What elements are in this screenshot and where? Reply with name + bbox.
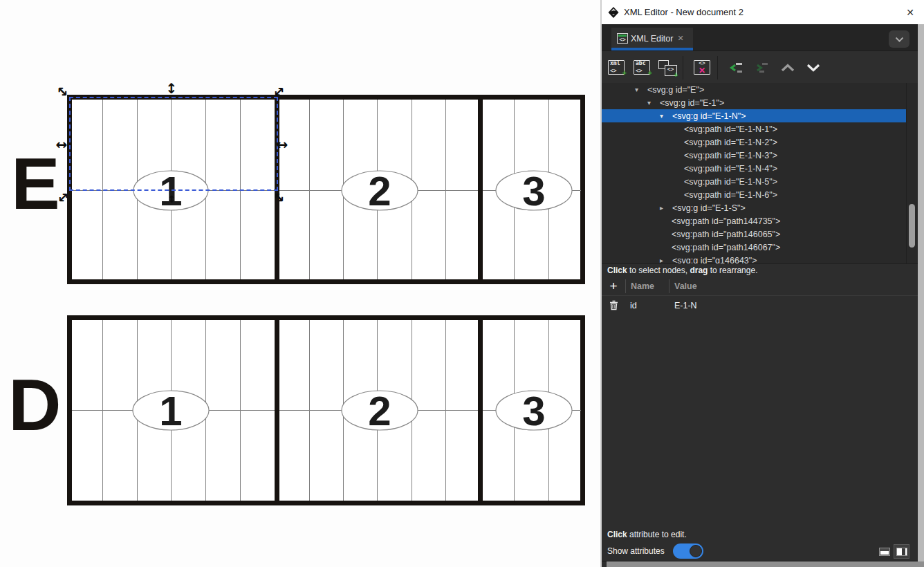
section-number-E3[interactable]: 3	[506, 169, 562, 214]
section-number-D2[interactable]: 2	[352, 389, 407, 434]
name-column-header: Name	[626, 281, 669, 291]
tree-row[interactable]: ▸<svg:g id="g146643">	[602, 254, 906, 264]
section-number-E2[interactable]: 2	[352, 169, 407, 214]
duplicate-node-button[interactable]: <> +	[656, 57, 678, 79]
unindent-node-button[interactable]	[726, 57, 748, 79]
scale-handle-left-icon[interactable]: ↔	[54, 137, 69, 152]
selection-bbox	[69, 97, 278, 191]
show-attributes-label: Show attributes	[607, 546, 665, 556]
tree-row[interactable]: <svg:path id="E-1-N-6">	[602, 188, 906, 201]
value-column-header: Value	[669, 281, 697, 291]
expander-open-icon[interactable]: ▾	[635, 86, 647, 93]
move-node-down-button[interactable]	[802, 57, 824, 79]
window-shadow	[607, 561, 924, 567]
tree-row[interactable]: ▾<svg:g id="E-1">	[602, 96, 906, 109]
attribute-row[interactable]: id E-1-N	[602, 296, 918, 315]
show-attributes-toggle[interactable]	[673, 543, 703, 559]
vertical-layout-button[interactable]	[894, 544, 909, 559]
section-number-D3[interactable]: 3	[506, 389, 562, 434]
tree-row[interactable]: <svg:path id="E-1-N-1">	[602, 122, 906, 136]
window-edge	[918, 24, 924, 567]
tree-row[interactable]: <svg:path id="E-1-N-4">	[602, 162, 906, 175]
xml-tree[interactable]: ▾<svg:g id="E"> ▾<svg:g id="E-1"> ▾<svg:…	[602, 83, 918, 264]
dialog-title: XML Editor - New document 2	[624, 7, 743, 17]
new-element-node-icon: xml <> +	[608, 60, 625, 75]
tab-strip: <> XML Editor ✕	[602, 24, 918, 51]
delete-node-icon: <> ✕	[694, 60, 710, 75]
arrow-up-icon	[780, 63, 795, 73]
scale-handle-bottom-icon[interactable]: ↕	[164, 192, 179, 207]
delete-attribute-button[interactable]	[602, 300, 625, 310]
tree-row[interactable]: <svg:path id="E-1-N-3">	[602, 149, 906, 162]
attribute-table-empty-area	[602, 315, 918, 528]
attribute-hint-text: Click attribute to edit.	[602, 528, 918, 541]
chevron-down-icon	[895, 37, 904, 42]
tree-row[interactable]: <svg:path id="E-1-N-5">	[602, 175, 906, 188]
indent-node-icon	[755, 62, 769, 74]
dialog-titlebar[interactable]: XML Editor - New document 2 ✕	[602, 0, 924, 24]
tree-row[interactable]: ▾<svg:g id="E">	[602, 83, 906, 96]
toolbar-separator	[683, 56, 683, 80]
arrow-down-icon	[806, 63, 821, 73]
unindent-node-icon	[730, 62, 743, 74]
tab-xml-editor[interactable]: <> XML Editor ✕	[611, 28, 693, 49]
tree-hint-text: Click to select nodes, drag to rearrange…	[602, 264, 918, 277]
active-tab-indicator	[611, 48, 693, 50]
close-icon[interactable]: ✕	[903, 6, 917, 19]
tree-row[interactable]: <svg:path id="path146067">	[602, 241, 906, 254]
tree-row[interactable]: <svg:path id="E-1-N-2">	[602, 136, 906, 149]
panel-menu-button[interactable]	[889, 30, 909, 48]
row-label-E[interactable]: E	[11, 147, 59, 220]
inkscape-logo-icon	[607, 6, 620, 19]
vertical-split-icon	[896, 548, 907, 556]
new-element-node-button[interactable]: xml <> +	[605, 57, 627, 79]
tab-label: XML Editor	[631, 34, 673, 44]
new-text-node-icon: abc <> +	[634, 60, 650, 75]
attribute-table-header: + Name Value	[602, 277, 918, 296]
new-text-node-button[interactable]: abc <> +	[631, 57, 653, 79]
tree-row[interactable]: <svg:path id="path144735">	[602, 214, 906, 227]
drawing-canvas[interactable]: E D 1 2 3 1 2 3 ↔ ↕ ↔ ↔ ↔ ↔ ↔ ↕	[0, 0, 602, 567]
expander-collapsed-icon[interactable]: ▸	[660, 257, 672, 264]
xml-node-icon: <>	[617, 33, 628, 44]
tab-close-icon[interactable]: ✕	[677, 34, 683, 43]
attribute-name[interactable]: id	[625, 301, 669, 310]
delete-node-button[interactable]: <> ✕	[691, 57, 713, 79]
expander-collapsed-icon[interactable]: ▸	[660, 204, 672, 212]
duplicate-node-icon: <> +	[658, 59, 677, 76]
scale-handle-top-icon[interactable]: ↕	[164, 81, 179, 96]
tree-scrollbar[interactable]	[906, 83, 918, 264]
dialog-footer: Show attributes	[602, 541, 918, 561]
toolbar-separator	[717, 56, 718, 80]
horizontal-split-icon	[879, 548, 890, 556]
xml-toolbar: xml <> + abc <> + <> + <> ✕	[602, 52, 918, 83]
trash-icon	[609, 300, 618, 310]
add-attribute-button[interactable]: +	[602, 279, 625, 294]
indent-node-button[interactable]	[751, 57, 773, 79]
scrollbar-thumb[interactable]	[909, 204, 915, 248]
tree-row-selected[interactable]: ▾<svg:g id="E-1-N">	[602, 109, 906, 122]
expander-open-icon[interactable]: ▾	[660, 112, 672, 120]
expander-open-icon[interactable]: ▾	[647, 99, 660, 106]
keyboard-diagrams-svg	[0, 0, 602, 567]
section-number-D1[interactable]: 1	[143, 389, 198, 434]
tree-row[interactable]: <svg:path id="path146065">	[602, 227, 906, 241]
attribute-value[interactable]: E-1-N	[669, 301, 697, 310]
tree-row[interactable]: ▸<svg:g id="E-1-S">	[602, 201, 906, 214]
move-node-up-button[interactable]	[777, 57, 799, 79]
scale-handle-right-icon[interactable]: ↔	[275, 137, 290, 152]
toggle-knob	[690, 545, 702, 557]
row-label-D[interactable]: D	[8, 368, 60, 441]
horizontal-layout-button[interactable]	[876, 544, 892, 559]
